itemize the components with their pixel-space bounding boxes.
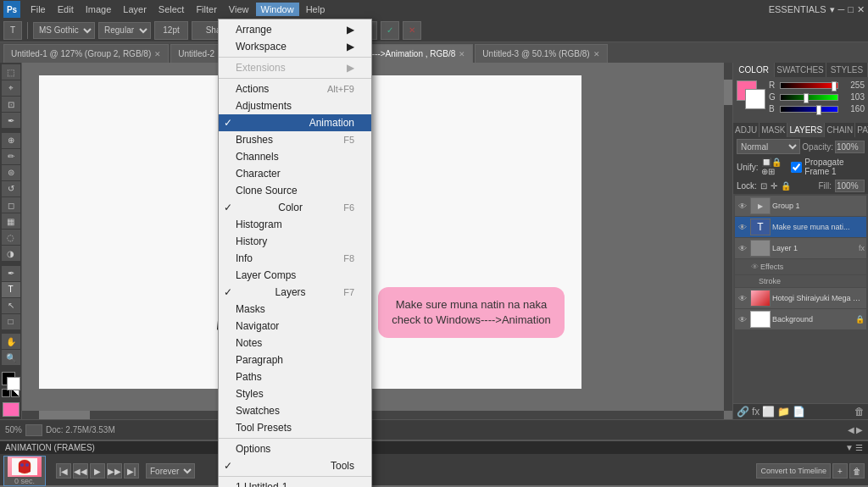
vscroll-thumb[interactable] (724, 80, 732, 105)
menu-item-swatches[interactable]: Swatches (219, 402, 371, 419)
tab-swatches[interactable]: SWATCHES (775, 63, 826, 77)
r-slider[interactable] (780, 82, 838, 89)
menu-item-color[interactable]: ✓ Color F6 (219, 199, 371, 216)
new-group-btn[interactable]: 📁 (777, 406, 790, 418)
eye-icon[interactable]: 👁 (737, 200, 748, 212)
menu-view[interactable]: View (224, 3, 254, 16)
propagate-frame-checkbox[interactable] (791, 162, 802, 173)
anim-collapse-icon[interactable]: ▼ (845, 443, 854, 452)
maximize-btn[interactable]: □ (848, 4, 854, 14)
tool-heal[interactable]: ⊕ (2, 133, 20, 148)
tool-blur[interactable]: ◌ (2, 230, 20, 245)
menu-item-paragraph[interactable]: Paragraph (219, 351, 371, 368)
add-style-btn[interactable]: fx (752, 406, 760, 418)
menu-item-actions[interactable]: Actions Alt+F9 (219, 80, 371, 97)
tab-adju[interactable]: ADJU (733, 123, 760, 137)
tool-shape[interactable]: □ (2, 314, 20, 329)
tab-mask[interactable]: MASK (760, 123, 787, 137)
menu-layer[interactable]: Layer (118, 3, 152, 16)
close-btn[interactable]: ✕ (857, 4, 865, 15)
lock-move-icon[interactable]: ✛ (771, 181, 777, 191)
tool-eyedropper[interactable]: ✒ (2, 113, 20, 128)
menu-item-tools[interactable]: ✓ Tools (219, 457, 371, 474)
blend-mode-select[interactable]: Normal (737, 139, 800, 154)
tab-color[interactable]: COLOR (733, 63, 775, 77)
nav-prev[interactable]: ◀ (848, 425, 854, 434)
anim-menu-icon[interactable]: ☰ (855, 443, 863, 452)
layer-group1[interactable]: 👁 ▶ Group 1 (735, 196, 866, 216)
layer-background[interactable]: 👁 Background 🔒 (735, 309, 866, 329)
eye-icon-effects[interactable]: 👁 (748, 261, 760, 273)
tab-chain[interactable]: CHAIN (825, 123, 855, 137)
menu-item-tool-presets[interactable]: Tool Presets (219, 419, 371, 436)
unify-icons[interactable]: 🔲🔒⊕⊞ (761, 158, 789, 176)
background-swatch[interactable] (745, 89, 765, 109)
tool-history[interactable]: ↺ (2, 181, 20, 196)
new-layer-btn[interactable]: 📄 (793, 406, 805, 418)
anim-frame-1[interactable]: 0 sec. (3, 456, 46, 486)
menu-item-masks[interactable]: Masks (219, 301, 371, 318)
menu-item-notes[interactable]: Notes (219, 335, 371, 351)
anim-prev-btn[interactable]: |◀ (56, 463, 71, 479)
tab-paths[interactable]: PATHS (855, 123, 868, 137)
menu-image[interactable]: Image (81, 3, 117, 16)
menu-item-workspace[interactable]: Workspace ▶ (219, 38, 371, 55)
menu-item-channels[interactable]: Channels (219, 148, 371, 165)
menu-item-styles[interactable]: Styles (219, 385, 371, 402)
eye-icon[interactable]: 👁 (737, 292, 748, 304)
anim-play-btn[interactable]: ▶ (90, 463, 105, 479)
menu-help[interactable]: Help (301, 3, 331, 16)
reset-colors-icon[interactable] (2, 389, 10, 397)
eye-icon[interactable]: 👁 (737, 221, 748, 233)
delete-frame-btn[interactable]: 🗑 (849, 463, 865, 479)
tool-gradient[interactable]: ▦ (2, 213, 20, 229)
delete-layer-btn[interactable]: 🗑 (854, 406, 865, 418)
nav-next[interactable]: ▶ (856, 425, 863, 434)
tab-untitled3[interactable]: Untitled-3 @ 50.1% (RGB/8) ✕ (475, 44, 607, 63)
menu-item-clone-source[interactable]: Clone Source (219, 182, 371, 199)
menu-item-layers[interactable]: ✓ Layers F7 (219, 284, 371, 301)
tab-untitled2[interactable]: Untitled-2 (170, 44, 222, 63)
font-size-input[interactable]: 12pt (154, 21, 188, 40)
tool-hand[interactable]: ✋ (2, 334, 20, 349)
fill-input[interactable] (835, 180, 865, 192)
menu-window[interactable]: Window (256, 3, 299, 16)
swap-colors-icon[interactable] (11, 389, 19, 397)
tab-untitled3-close[interactable]: ✕ (593, 50, 600, 58)
menu-item-animation[interactable]: ✓ Animation (219, 114, 371, 131)
menu-item-adjustments[interactable]: Adjustments (219, 97, 371, 114)
tool-eraser[interactable]: ◻ (2, 197, 20, 213)
menu-item-layer-comps[interactable]: Layer Comps (219, 267, 371, 284)
menu-item-histogram[interactable]: Histogram (219, 216, 371, 233)
tool-brush[interactable]: ✏ (2, 149, 20, 164)
minimize-btn[interactable]: ─ (838, 4, 845, 14)
zoom-type-select[interactable] (25, 424, 42, 436)
tool-crop[interactable]: ⊡ (2, 97, 20, 112)
lock-all-icon[interactable]: 🔒 (781, 181, 791, 191)
commit-btn[interactable]: ✓ (381, 21, 399, 40)
layer-hotogi[interactable]: 👁 Hotogi Shiraiyuki Mega Sexy... (735, 288, 866, 308)
menu-select[interactable]: Select (153, 3, 190, 16)
menu-item-extensions[interactable]: Extensions ▶ (219, 59, 371, 76)
b-slider[interactable] (780, 106, 838, 113)
menu-item-character[interactable]: Character (219, 165, 371, 182)
menu-filter[interactable]: Filter (191, 3, 221, 16)
menu-item-arrange[interactable]: Arrange ▶ (219, 21, 371, 38)
menu-item-options[interactable]: Options (219, 440, 371, 457)
menu-item-paths[interactable]: Paths (219, 368, 371, 385)
menu-file[interactable]: File (25, 3, 51, 16)
tool-select-path[interactable]: ↖ (2, 298, 20, 313)
lock-pixels-icon[interactable]: ⊡ (760, 181, 767, 191)
loop-select[interactable]: Forever Once 3 Times (146, 463, 195, 479)
tool-zoom[interactable]: 🔍 (2, 350, 20, 365)
canvas-hscroll[interactable] (22, 411, 724, 419)
eye-icon[interactable]: 👁 (737, 242, 748, 254)
eye-icon[interactable]: 👁 (737, 313, 748, 325)
quick-mask-btn[interactable] (3, 402, 19, 416)
anim-rew-btn[interactable]: ◀◀ (73, 463, 88, 479)
add-mask-btn[interactable]: ⬜ (762, 406, 775, 418)
menu-item-history[interactable]: History (219, 233, 371, 250)
tool-marquee[interactable]: ⬚ (2, 64, 20, 80)
tab-untitled1-close[interactable]: ✕ (154, 50, 161, 58)
menu-edit[interactable]: Edit (53, 3, 79, 16)
